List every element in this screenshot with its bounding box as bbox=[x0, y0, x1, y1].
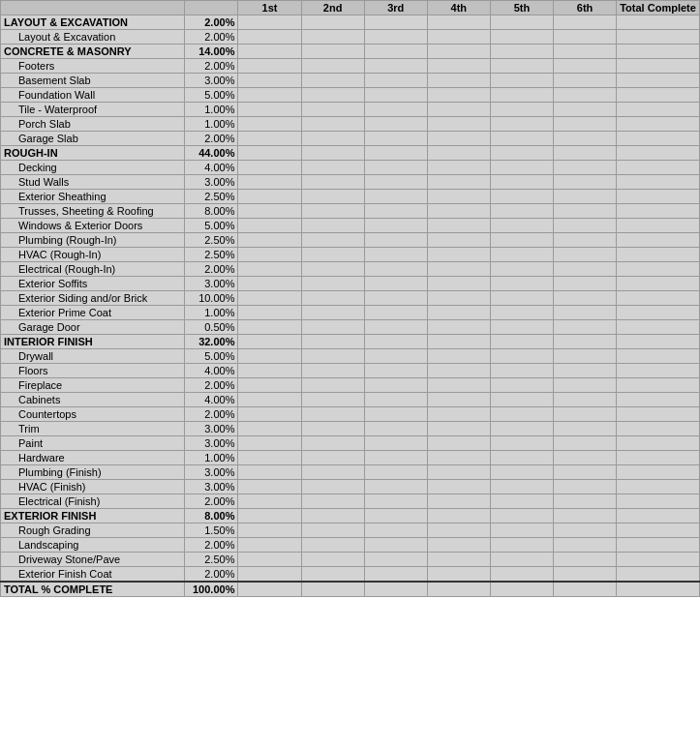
data-cell bbox=[364, 407, 427, 422]
data-cell bbox=[238, 436, 301, 451]
item-name: Electrical (Finish) bbox=[1, 494, 185, 509]
data-cell bbox=[617, 262, 700, 277]
data-cell bbox=[301, 494, 364, 509]
data-cell bbox=[364, 132, 427, 146]
data-cell bbox=[553, 494, 616, 509]
data-cell bbox=[553, 175, 616, 190]
header-3rd: 3rd bbox=[364, 1, 427, 15]
data-cell bbox=[364, 538, 427, 553]
item-name: Foundation Wall bbox=[1, 88, 185, 103]
data-cell bbox=[553, 161, 616, 175]
data-cell bbox=[301, 117, 364, 132]
data-cell bbox=[238, 262, 301, 277]
data-cell bbox=[301, 524, 364, 538]
item-name: Exterior Finish Coat bbox=[1, 567, 185, 583]
data-cell bbox=[364, 480, 427, 494]
data-cell bbox=[427, 509, 490, 524]
category-pct: 8.00% bbox=[185, 509, 238, 524]
item-pct: 2.00% bbox=[185, 59, 238, 74]
item-pct: 1.00% bbox=[185, 306, 238, 320]
data-cell bbox=[490, 59, 553, 74]
data-cell bbox=[364, 320, 427, 335]
category-pct: 44.00% bbox=[185, 146, 238, 161]
item-row: Drywall 5.00% bbox=[1, 349, 700, 364]
data-cell bbox=[617, 248, 700, 262]
total-label: TOTAL % COMPLETE bbox=[1, 582, 185, 597]
data-cell bbox=[617, 465, 700, 480]
data-cell bbox=[427, 393, 490, 407]
data-cell bbox=[553, 349, 616, 364]
data-cell bbox=[553, 436, 616, 451]
item-row: Decking 4.00% bbox=[1, 161, 700, 175]
data-cell bbox=[427, 494, 490, 509]
spreadsheet-table: 1st 2nd 3rd 4th 5th 6th Total Complete L… bbox=[0, 0, 700, 597]
data-cell bbox=[427, 306, 490, 320]
data-cell bbox=[553, 248, 616, 262]
item-pct: 3.00% bbox=[185, 422, 238, 436]
data-cell bbox=[617, 291, 700, 306]
header-2nd: 2nd bbox=[301, 1, 364, 15]
data-cell bbox=[301, 15, 364, 30]
data-cell bbox=[553, 132, 616, 146]
data-cell bbox=[238, 291, 301, 306]
data-cell bbox=[427, 465, 490, 480]
item-pct: 3.00% bbox=[185, 74, 238, 88]
item-pct: 2.50% bbox=[185, 190, 238, 204]
data-cell bbox=[364, 88, 427, 103]
data-cell bbox=[490, 480, 553, 494]
data-cell bbox=[490, 132, 553, 146]
data-cell bbox=[553, 59, 616, 74]
data-cell bbox=[301, 204, 364, 219]
item-row: Countertops 2.00% bbox=[1, 407, 700, 422]
data-cell bbox=[427, 291, 490, 306]
data-cell bbox=[617, 364, 700, 378]
data-cell bbox=[553, 45, 616, 59]
item-name: Driveway Stone/Pave bbox=[1, 553, 185, 567]
data-cell bbox=[364, 233, 427, 248]
data-cell bbox=[553, 74, 616, 88]
data-cell bbox=[490, 335, 553, 349]
data-cell bbox=[427, 407, 490, 422]
category-row: ROUGH-IN 44.00% bbox=[1, 146, 700, 161]
item-name: Basement Slab bbox=[1, 74, 185, 88]
data-cell bbox=[427, 219, 490, 233]
data-cell bbox=[427, 248, 490, 262]
category-name: EXTERIOR FINISH bbox=[1, 509, 185, 524]
item-name: Electrical (Rough-In) bbox=[1, 262, 185, 277]
item-pct: 5.00% bbox=[185, 88, 238, 103]
data-cell bbox=[238, 219, 301, 233]
data-cell bbox=[301, 306, 364, 320]
data-cell bbox=[364, 161, 427, 175]
data-cell bbox=[301, 335, 364, 349]
data-cell bbox=[301, 30, 364, 45]
data-cell bbox=[553, 146, 616, 161]
data-cell bbox=[427, 262, 490, 277]
item-row: Foundation Wall 5.00% bbox=[1, 88, 700, 103]
item-row: Exterior Sheathing 2.50% bbox=[1, 190, 700, 204]
data-cell bbox=[427, 161, 490, 175]
data-cell bbox=[427, 582, 490, 597]
item-row: Garage Door 0.50% bbox=[1, 320, 700, 335]
data-cell bbox=[553, 378, 616, 393]
data-cell bbox=[617, 233, 700, 248]
data-cell bbox=[301, 480, 364, 494]
data-cell bbox=[301, 567, 364, 583]
data-cell bbox=[364, 277, 427, 291]
data-cell bbox=[490, 378, 553, 393]
data-cell bbox=[553, 103, 616, 117]
item-pct: 2.50% bbox=[185, 248, 238, 262]
data-cell bbox=[238, 335, 301, 349]
category-name: LAYOUT & EXCAVATION bbox=[1, 15, 185, 30]
data-cell bbox=[364, 524, 427, 538]
data-cell bbox=[490, 190, 553, 204]
data-cell bbox=[617, 335, 700, 349]
item-name: Footers bbox=[1, 59, 185, 74]
data-cell bbox=[617, 74, 700, 88]
item-name: Paint bbox=[1, 436, 185, 451]
category-row: CONCRETE & MASONRY 14.00% bbox=[1, 45, 700, 59]
item-row: Tile - Waterproof 1.00% bbox=[1, 103, 700, 117]
data-cell bbox=[617, 407, 700, 422]
item-name: Tile - Waterproof bbox=[1, 103, 185, 117]
data-cell bbox=[364, 364, 427, 378]
data-cell bbox=[301, 132, 364, 146]
